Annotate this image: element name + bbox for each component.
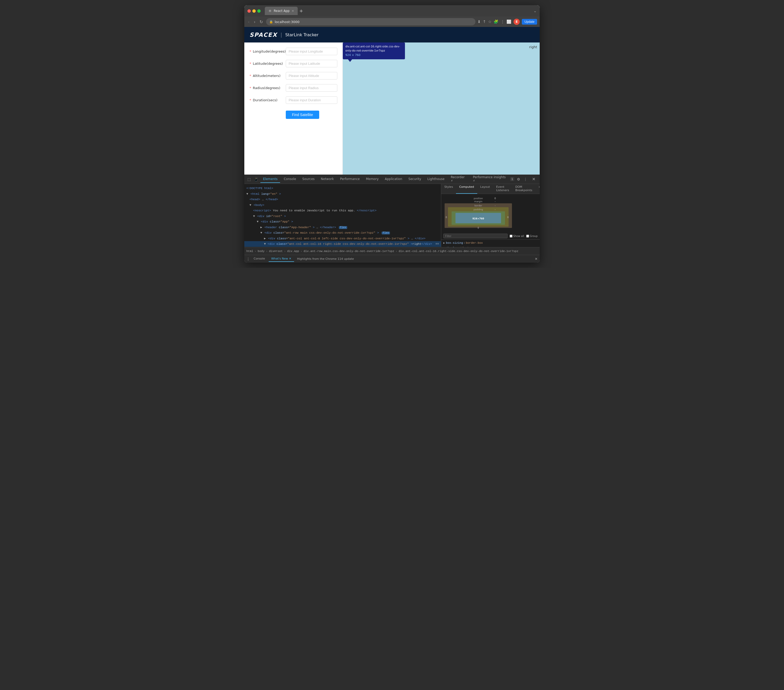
breadcrumb-ant-row[interactable]: div.ant-row.main.css-dev-only-do-not-ove… xyxy=(304,250,394,253)
devtools-badge: 1 xyxy=(510,177,514,181)
tab-elements[interactable]: Elements xyxy=(260,176,280,183)
tab-lighthouse[interactable]: Lighthouse xyxy=(425,176,447,183)
styles-tab-event-listeners[interactable]: Event Listeners xyxy=(493,184,512,194)
tab-security[interactable]: Security xyxy=(406,176,423,183)
devtools-icon[interactable]: ⬜ xyxy=(507,20,511,24)
show-all-checkbox[interactable] xyxy=(510,235,512,237)
longitude-row: * Longitude(degrees) xyxy=(249,48,337,55)
forward-button[interactable]: › xyxy=(253,18,256,25)
minimize-dot[interactable] xyxy=(252,9,256,13)
styles-tab-layout[interactable]: Layout xyxy=(477,184,493,194)
latitude-row: * Latitude(degrees) xyxy=(249,60,337,68)
svg-text:0: 0 xyxy=(446,216,447,219)
tab-application[interactable]: Application xyxy=(382,176,405,183)
group-label: Group xyxy=(530,235,538,237)
tab-chevron-icon[interactable]: ⌄ xyxy=(534,9,537,13)
styles-tab-dom-breakpoints[interactable]: DOM Breakpoints xyxy=(512,184,535,194)
breadcrumb-bar: html › body › div#root › div.App › div.a… xyxy=(244,247,540,255)
altitude-input[interactable] xyxy=(286,72,337,79)
show-all-checkbox-label[interactable]: Show all xyxy=(510,235,524,237)
tab-performance-insights[interactable]: Performance insights ⚡ xyxy=(470,174,509,184)
el-head[interactable]: <head> … </head> xyxy=(244,197,441,202)
altitude-label: * Altitude(meters) xyxy=(249,74,286,78)
devtools-panel: ⬚ 📱 Elements Console Sources Network Per… xyxy=(244,175,540,263)
breadcrumb-div-root[interactable]: div#root xyxy=(269,250,283,253)
show-all-label: Show all xyxy=(513,235,524,237)
address-text[interactable]: localhost:3000 xyxy=(275,20,472,24)
prop-arrow[interactable]: ▶ xyxy=(443,241,445,245)
tab-network[interactable]: Network xyxy=(318,176,336,183)
breadcrumb-body[interactable]: body xyxy=(258,250,265,253)
duration-required: * xyxy=(249,98,251,102)
el-header[interactable]: ▶ <header class="App-header" > … </heade… xyxy=(244,224,441,230)
console-tab-whats-new[interactable]: What's New ✕ xyxy=(268,256,294,262)
main-area: * Longitude(degrees) * Latitude(degrees)… xyxy=(244,43,540,175)
tab-console[interactable]: Console xyxy=(281,176,299,183)
styles-tab-computed[interactable]: Computed xyxy=(456,184,477,194)
browser-tab-active[interactable]: ⚛ React App ✕ xyxy=(265,7,298,15)
extension-icon[interactable]: 🧩 xyxy=(494,20,499,24)
header-title: StarLink Tracker xyxy=(285,32,318,37)
header-divider: | xyxy=(280,31,282,38)
device-icon[interactable]: 📱 xyxy=(253,176,259,182)
devtools-close-button[interactable]: ✕ xyxy=(530,176,538,183)
group-checkbox[interactable] xyxy=(526,235,529,237)
menu-icon[interactable]: ⋮ xyxy=(501,20,504,24)
tab-bar: ⚛ React App ✕ + xyxy=(265,7,531,15)
breadcrumb-div-app[interactable]: div.App xyxy=(287,250,299,253)
styles-tab-styles[interactable]: Styles xyxy=(441,184,456,194)
new-tab-button[interactable]: + xyxy=(299,8,303,13)
settings-icon[interactable]: ⚙ xyxy=(516,176,521,182)
devtools-body: <!DOCTYPE html> ▼ <html lang="en" > <hea… xyxy=(244,184,540,247)
svg-text:-: - xyxy=(494,200,496,203)
group-checkbox-label[interactable]: Group xyxy=(526,235,538,237)
duration-input[interactable] xyxy=(286,96,337,104)
el-doctype[interactable]: <!DOCTYPE html> xyxy=(244,186,441,191)
longitude-input[interactable] xyxy=(286,48,337,55)
altitude-row: * Altitude(meters) xyxy=(249,72,337,79)
star-icon[interactable]: ☆ xyxy=(488,20,491,24)
tab-recorder[interactable]: Recorder ⚡ xyxy=(448,174,469,184)
breadcrumb-html[interactable]: html xyxy=(246,250,253,253)
update-button[interactable]: Update xyxy=(522,19,537,25)
account-avatar[interactable]: E xyxy=(514,19,520,25)
tab-close-icon[interactable]: ✕ xyxy=(292,9,294,13)
box-model-area: position 0 margin - border - padding xyxy=(441,194,540,232)
el-body[interactable]: ▼ <body> xyxy=(244,202,441,208)
back-button[interactable]: ‹ xyxy=(247,18,250,25)
radius-required: * xyxy=(249,86,251,90)
breadcrumb-right-col[interactable]: div.ant-col.ant-col-16.right-side.css-de… xyxy=(399,250,519,253)
tab-sources[interactable]: Sources xyxy=(300,176,317,183)
reload-button[interactable]: ↻ xyxy=(259,18,264,25)
el-div-app[interactable]: ▼ <div class="App" > xyxy=(244,219,441,224)
share-icon[interactable]: ↑ xyxy=(483,20,486,24)
address-input-wrap[interactable]: 🔒 localhost:3000 xyxy=(266,18,475,25)
el-div-root[interactable]: ▼ <div id="root" > xyxy=(244,213,441,219)
el-html[interactable]: ▼ <html lang="en" > xyxy=(244,191,441,197)
el-left-col[interactable]: ▶ <div class="ant-col ant-col-8 left-sid… xyxy=(244,236,441,241)
inspect-icon[interactable]: ⬚ xyxy=(246,176,252,182)
download-icon[interactable]: ⬇ xyxy=(478,20,481,24)
longitude-label: * Longitude(degrees) xyxy=(249,49,286,53)
latitude-input[interactable] xyxy=(286,60,337,68)
tab-performance[interactable]: Performance xyxy=(337,176,362,183)
tab-memory[interactable]: Memory xyxy=(363,176,381,183)
maximize-dot[interactable] xyxy=(257,9,261,13)
more-options-icon[interactable]: ⋮ xyxy=(523,176,529,182)
toolbar-icons: ⬇ ↑ ☆ 🧩 ⋮ ⬜ E Update xyxy=(478,19,537,25)
el-ant-row[interactable]: ▼ <div class="ant-row main css-dev-only-… xyxy=(244,230,441,236)
css-properties: ▶ box-sizing : border-box ▶ display : bl… xyxy=(441,240,540,247)
find-satellite-button[interactable]: Find Satellite xyxy=(286,110,319,119)
filter-input[interactable] xyxy=(443,234,507,238)
console-dots-icon: ⋮ xyxy=(246,257,250,261)
el-noscript[interactable]: <noscript> You need to enable JavaScript… xyxy=(244,208,441,213)
radius-row: * Radius(degrees) xyxy=(249,84,337,92)
svg-text:position: position xyxy=(474,197,483,200)
radius-input[interactable] xyxy=(286,84,337,92)
styles-tab-more[interactable]: >> xyxy=(535,184,540,194)
browser-window: ⚛ React App ✕ + ⌄ ‹ › ↻ 🔒 localhost:3000… xyxy=(244,5,540,263)
close-dot[interactable] xyxy=(247,9,251,13)
console-tab-console[interactable]: Console xyxy=(251,256,268,262)
console-close-icon[interactable]: ✕ xyxy=(535,257,538,261)
el-right-col-selected[interactable]: ▼ <div class="ant-col ant-col-16 right-s… xyxy=(244,241,441,247)
